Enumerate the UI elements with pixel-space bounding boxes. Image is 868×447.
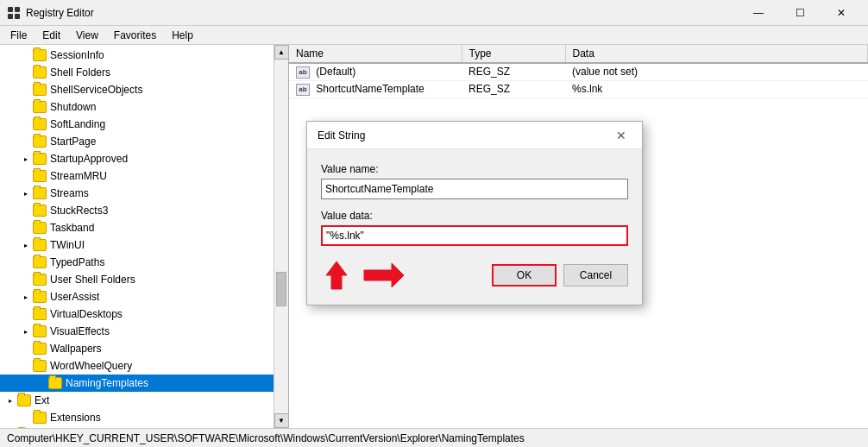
value-data-input[interactable] [321, 225, 628, 246]
tree-item[interactable]: StuckRects3 [0, 202, 288, 219]
expand-arrow-icon[interactable] [19, 100, 33, 114]
expand-arrow-icon[interactable]: ▸ [19, 290, 33, 304]
tree-item[interactable]: WordWheelQuery [0, 357, 288, 375]
table-row[interactable]: ab ShortcutNameTemplateREG_SZ%s.lnk [289, 80, 868, 98]
tree-item[interactable]: StartPage [0, 133, 288, 150]
registry-data-cell: %s.lnk [565, 80, 868, 98]
tree-item-label: ShellServiceObjects [50, 84, 142, 96]
tree-item-label: Ext [35, 394, 49, 406]
tree-item[interactable]: StreamMRU [0, 167, 288, 185]
tree-item[interactable]: NamingTemplates [0, 375, 288, 392]
tree-item-label: SessionInfo [50, 49, 104, 61]
tree-scrollbar[interactable]: ▲ ▼ [274, 45, 288, 428]
tree-item[interactable]: SessionInfo [0, 47, 288, 64]
tree-item[interactable]: ▸StartupApproved [0, 150, 288, 167]
tree-item[interactable]: Taskband [0, 219, 288, 236]
close-button[interactable]: ✕ [821, 0, 861, 26]
tree-item-label: VirtualDesktops [50, 308, 123, 320]
tree-item[interactable]: ▸UserAssist [0, 288, 288, 305]
tree-item[interactable]: ▸Ext [0, 392, 288, 409]
expand-arrow-icon[interactable] [19, 221, 33, 235]
tree-item[interactable]: ShellServiceObjects [0, 81, 288, 98]
expand-arrow-icon[interactable]: ▸ [3, 393, 17, 407]
tree-item[interactable]: ▸Streams [0, 185, 288, 202]
tree-item[interactable]: Extensions [0, 409, 288, 426]
svg-rect-1 [15, 7, 20, 12]
expand-arrow-icon[interactable] [19, 204, 33, 217]
registry-icon: ab [296, 66, 310, 79]
right-arrow-icon [362, 260, 406, 291]
expand-arrow-icon[interactable] [19, 135, 33, 148]
expand-arrow-icon[interactable]: ▸ [19, 238, 33, 252]
tree-item-label: Shell Folders [50, 66, 110, 79]
up-arrow-icon [321, 260, 352, 291]
tree-item-label: TypedPaths [50, 256, 104, 268]
table-row[interactable]: ab (Default)REG_SZ(value not set) [289, 63, 868, 80]
folder-icon [33, 153, 47, 165]
title-bar: Registry Editor — ☐ ✕ [0, 0, 868, 26]
tree-item[interactable]: VirtualDesktops [0, 305, 288, 323]
value-data-label: Value data: [321, 210, 628, 222]
expand-arrow-icon[interactable] [19, 307, 33, 321]
tree-item[interactable]: Shutdown [0, 98, 288, 116]
window-controls: — ☐ ✕ [739, 0, 861, 26]
maximize-button[interactable]: ☐ [780, 0, 820, 26]
tree-items: SessionInfoShell FoldersShellServiceObje… [0, 45, 288, 428]
registry-table: Name Type Data ab (Default)REG_SZ(value … [289, 45, 868, 98]
scroll-thumb[interactable] [276, 272, 286, 306]
menu-help[interactable]: Help [165, 28, 200, 43]
title-bar-left: Registry Editor [7, 6, 94, 20]
expand-arrow-icon[interactable] [19, 48, 33, 62]
tree-item[interactable]: ▸VisualEffects [0, 323, 288, 340]
tree-item-label: User Shell Folders [50, 274, 135, 286]
tree-item[interactable]: User Shell Folders [0, 271, 288, 288]
minimize-button[interactable]: — [739, 0, 778, 26]
folder-icon [33, 187, 47, 199]
expand-arrow-icon[interactable] [19, 411, 33, 425]
tree-item[interactable]: Wallpapers [0, 340, 288, 357]
folder-icon [33, 291, 47, 303]
menu-favorites[interactable]: Favorites [107, 28, 163, 43]
tree-item-label: Streams [50, 187, 89, 199]
tree-item-label: Extensions [50, 412, 101, 424]
expand-arrow-icon[interactable] [19, 66, 33, 79]
tree-item[interactable]: SoftLanding [0, 116, 288, 133]
expand-arrow-icon[interactable] [19, 273, 33, 286]
scroll-up-btn[interactable]: ▲ [274, 45, 289, 60]
tree-item[interactable]: TypedPaths [0, 254, 288, 271]
expand-arrow-icon[interactable] [19, 342, 33, 356]
expand-arrow-icon[interactable] [35, 376, 48, 390]
tree-item[interactable]: ▸TWinUI [0, 236, 288, 254]
expand-arrow-icon[interactable] [19, 255, 33, 269]
tree-item-label: StuckRects3 [50, 205, 108, 217]
menu-edit[interactable]: Edit [35, 28, 67, 43]
folder-icon [33, 101, 47, 113]
scroll-track[interactable] [274, 60, 288, 413]
tree-panel: SessionInfoShell FoldersShellServiceObje… [0, 45, 289, 428]
ok-button[interactable]: OK [492, 264, 557, 286]
folder-icon [33, 222, 47, 234]
tree-item-label: StreamMRU [50, 170, 107, 182]
scroll-down-btn[interactable]: ▼ [274, 413, 289, 428]
dialog-title-text: Edit String [318, 129, 365, 142]
expand-arrow-icon[interactable]: ▸ [19, 152, 33, 166]
expand-arrow-icon[interactable] [19, 83, 33, 97]
tree-item[interactable]: Shell Folders [0, 64, 288, 81]
menu-file[interactable]: File [3, 28, 34, 43]
value-name-input[interactable] [321, 179, 628, 199]
registry-icon: ab [296, 84, 310, 96]
cancel-button[interactable]: Cancel [563, 264, 628, 286]
expand-arrow-icon[interactable]: ▸ [19, 324, 33, 338]
expand-arrow-icon[interactable]: ▸ [19, 186, 33, 200]
expand-arrow-icon[interactable] [19, 359, 33, 373]
dialog-close-button[interactable]: ✕ [611, 125, 632, 146]
folder-icon [17, 394, 31, 406]
expand-arrow-icon[interactable] [19, 117, 33, 131]
folder-icon [33, 84, 47, 96]
expand-arrow-icon[interactable] [19, 169, 33, 183]
menu-view[interactable]: View [69, 28, 105, 43]
folder-icon [33, 239, 47, 251]
svg-marker-5 [364, 263, 404, 287]
value-name-label: Value name: [321, 163, 628, 175]
tree-item-label: SoftLanding [50, 118, 105, 130]
